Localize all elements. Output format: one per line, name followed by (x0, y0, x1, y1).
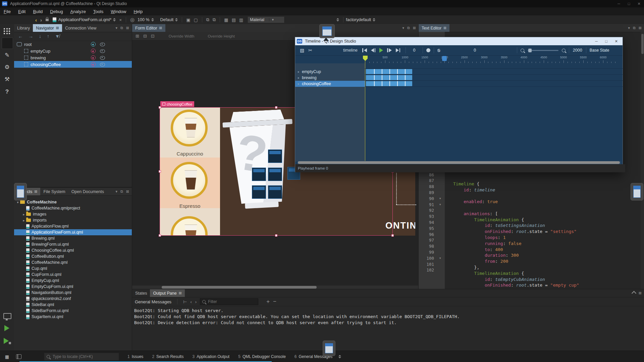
selection-handle[interactable] (275, 106, 277, 109)
sugar-tile[interactable] (268, 149, 282, 163)
selection-handle[interactable] (159, 234, 161, 237)
sugar-tile[interactable] (252, 185, 266, 199)
menu-tools[interactable]: Tools (90, 9, 107, 14)
material-combo[interactable]: Material ▼ (248, 16, 284, 23)
file-item-BrewingForm.ui.qml[interactable]: BrewingForm.ui.qml (14, 241, 132, 247)
end-frame-field[interactable]: 2000 (573, 48, 583, 53)
size-icon[interactable]: ⊟ (143, 34, 147, 39)
selection-handle[interactable] (159, 170, 161, 173)
to-start-button[interactable] (362, 48, 367, 52)
to-end-button[interactable] (396, 48, 400, 52)
timeline-keyframe-bar[interactable] (366, 81, 412, 86)
status-application-output[interactable]: 3Application Output (192, 354, 229, 359)
move-right-icon[interactable]: → (29, 34, 33, 39)
loop-playback-icon[interactable]: S (437, 48, 440, 53)
style-selector[interactable]: Default (160, 17, 174, 22)
filter-input[interactable] (207, 299, 249, 304)
file-item-imports[interactable]: ▸imports (14, 217, 132, 223)
navigator-item-emptyCup[interactable]: emptyCup (14, 48, 132, 54)
export-icon[interactable]: ▣ (184, 17, 192, 22)
output-channel[interactable]: General Messages (135, 299, 171, 304)
filter-icon[interactable]: ▼̸ (55, 34, 60, 39)
form-editor-hscrollbar[interactable] (132, 286, 419, 289)
locator-input[interactable] (52, 354, 110, 359)
kit-selector-icon[interactable] (3, 313, 11, 319)
navigator-item-brewing[interactable]: brewing (14, 54, 132, 61)
apps-grid-icon[interactable] (4, 28, 10, 34)
menu-analyze[interactable]: Analyze (67, 9, 90, 14)
file-item-ChoosingCoffee.ui.qml[interactable]: ChoosingCoffee.ui.qml (14, 247, 132, 253)
status-issues[interactable]: 1Issues (127, 354, 143, 359)
cut-icon[interactable]: ✂ (308, 48, 312, 53)
close-icon[interactable]: ✕ (634, 2, 644, 6)
file-item-SideBarForm.ui.qml[interactable]: SideBarForm.ui.qml (14, 308, 132, 314)
selection-handle[interactable] (391, 234, 394, 237)
current-frame-field[interactable]: 0 (409, 48, 419, 53)
tab-connection-view[interactable]: Connection View (62, 24, 100, 32)
menu-file[interactable]: File (0, 9, 14, 14)
close-tab-icon[interactable]: ⊠ (159, 26, 162, 30)
document-spinner[interactable] (113, 18, 116, 21)
current-document[interactable]: ApplicationFlowForm.ui.qml* (58, 17, 111, 22)
move-left-icon[interactable]: ← (18, 34, 23, 39)
menu-edit[interactable]: Edit (14, 9, 29, 14)
timeline-titlebar[interactable]: DS Timeline - Qt Design Studio ─ □ ✕ (295, 37, 623, 45)
zoom-level[interactable]: 100 % (138, 17, 149, 22)
file-item-Brewing.qml[interactable]: Brewing.qml (14, 235, 132, 241)
frame-icon[interactable]: ▢ (192, 17, 199, 22)
settings-gear-icon[interactable]: ⚙ (0, 64, 14, 71)
debug-run-button[interactable] (4, 338, 9, 344)
split-pane-icon[interactable]: ⧉ (407, 26, 410, 30)
timeline-settings-icon[interactable]: ▧ (300, 48, 304, 53)
collapse-pane-icon[interactable] (632, 291, 636, 295)
sugar-tile[interactable] (268, 168, 282, 181)
back-button[interactable]: ‹ (34, 17, 39, 23)
navigator-item-root[interactable]: root (14, 41, 132, 48)
timeline-track-choosingCoffee[interactable]: ▸choosingCoffee (295, 81, 365, 87)
next-item-icon[interactable]: › (195, 299, 197, 304)
file-item-EmptyCup.qml[interactable]: EmptyCup.qml (14, 278, 132, 284)
cappuccino-option[interactable] (171, 110, 208, 146)
file-item-qtquickcontrols2.conf[interactable]: qtquickcontrols2.conf (14, 296, 132, 302)
chevron-down-icon[interactable]: ▾ (402, 26, 404, 30)
tab-output-pane[interactable]: Output Pane⊠ (150, 289, 184, 297)
anchor-icon[interactable]: ⊞ (136, 34, 139, 39)
minimize-icon[interactable]: ─ (595, 39, 598, 44)
chevron-down-icon[interactable]: ▾ (115, 189, 117, 194)
chevron-down-icon[interactable]: ▾ (115, 26, 117, 30)
forward-button[interactable]: › (39, 17, 44, 23)
next-frame-button[interactable] (387, 48, 392, 52)
style-spinner[interactable] (175, 18, 178, 21)
help-icon[interactable]: ? (0, 88, 14, 95)
close-icon[interactable]: ✕ (615, 39, 618, 44)
zoom-in-icon[interactable] (562, 49, 566, 52)
state-selector[interactable]: factorydefault (346, 17, 371, 22)
status-search-results[interactable]: 2Search Results (152, 354, 183, 359)
file-item-CoffeeMachine[interactable]: ▾CoffeeMachine (14, 199, 132, 205)
move-down-icon[interactable]: ↓ (39, 34, 41, 39)
file-item-NavigationButton.qml[interactable]: NavigationButton.qml (14, 290, 132, 296)
copy-frame-icon[interactable]: ⧉ (205, 17, 211, 22)
sugar-tile[interactable] (268, 185, 282, 199)
file-item-images[interactable]: ▸images (14, 211, 132, 217)
timeline-zoom-slider[interactable] (528, 50, 558, 51)
previous-frame-button[interactable] (371, 48, 376, 52)
timeline-track-brewing[interactable]: ▸brewing (295, 75, 365, 81)
base-state-button[interactable]: Base State (590, 48, 609, 53)
close-pane-icon[interactable]: ⊠ (413, 26, 416, 30)
file-item-EmptyCupForm.ui.qml[interactable]: EmptyCupForm.ui.qml (14, 284, 132, 290)
close-document-icon[interactable]: × (117, 17, 123, 22)
timeline-ruler[interactable]: 5001000150020002500300035004000450050005… (295, 55, 623, 63)
frame-2000-marker[interactable] (442, 56, 447, 61)
paste-frame-icon[interactable]: ⧉ (211, 17, 217, 22)
loop-frame-field[interactable]: 0 (470, 48, 480, 53)
zoom-out-icon[interactable] (521, 49, 524, 52)
file-item-SugarItem.ui.qml[interactable]: SugarItem.ui.qml (14, 314, 132, 320)
design-mode-button[interactable] (2, 38, 13, 49)
mystery-cup[interactable]: ? (224, 109, 297, 218)
prev-item-icon[interactable]: ‹ (190, 299, 192, 304)
visibility-eye-icon[interactable] (100, 43, 105, 46)
tab-open-documents[interactable]: Open Documents (68, 188, 107, 195)
run-target-icon[interactable]: ◎ (128, 17, 136, 23)
visibility-eye-icon[interactable] (100, 56, 105, 60)
